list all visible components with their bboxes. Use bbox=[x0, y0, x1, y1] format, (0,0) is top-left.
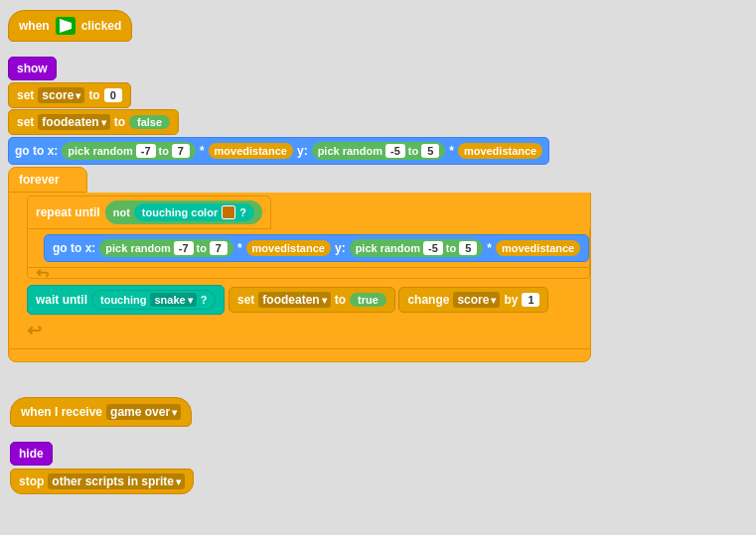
when-clicked-block: when clicked bbox=[8, 10, 132, 42]
set-label: set bbox=[17, 88, 34, 102]
hide-block: hide bbox=[10, 442, 53, 466]
show-label: show bbox=[17, 62, 48, 75]
forever-bottom bbox=[8, 348, 591, 362]
true-value: true bbox=[350, 293, 386, 307]
pick-random-2: pick random -5 to 5 bbox=[312, 142, 446, 160]
svg-marker-0 bbox=[60, 19, 72, 33]
hide-label: hide bbox=[19, 447, 44, 461]
set-foodeaten2-block: set foodeaten to true bbox=[228, 287, 395, 313]
loop-arrow: ↩ bbox=[27, 318, 590, 345]
color-swatch[interactable] bbox=[222, 205, 235, 219]
snake-dropdown[interactable]: snake bbox=[150, 293, 196, 307]
score2-dropdown[interactable]: score bbox=[453, 292, 500, 308]
foodeaten2-dropdown[interactable]: foodeaten bbox=[258, 292, 330, 308]
movedistance-1: movedistance bbox=[209, 143, 293, 159]
set-foodeaten-block: set foodeaten to false bbox=[8, 109, 179, 135]
clicked-label: clicked bbox=[81, 19, 122, 33]
movedistance-2: movedistance bbox=[458, 143, 542, 159]
touching-color-block: touching color ? bbox=[134, 203, 254, 221]
inner-move2: movedistance bbox=[496, 240, 580, 256]
set2-label: set bbox=[17, 115, 34, 129]
score-value[interactable]: 0 bbox=[104, 88, 122, 102]
repeat-until-block: repeat until not touching color ? bbox=[27, 196, 271, 229]
set-score-block: set score to 0 bbox=[8, 82, 131, 108]
inner-pick-2: pick random -5 to 5 bbox=[350, 239, 484, 257]
game-over-dropdown[interactable]: game over bbox=[106, 404, 181, 420]
inner-goto-block: go to x: pick random -7 to 7 * movedista… bbox=[44, 234, 589, 262]
score-dropdown[interactable]: score bbox=[38, 87, 84, 103]
inner-pick-1: pick random -7 to 7 bbox=[99, 239, 233, 257]
false-value: false bbox=[129, 115, 170, 129]
pick-random-1: pick random -7 to 7 bbox=[62, 142, 196, 160]
foodeaten-dropdown[interactable]: foodeaten bbox=[38, 114, 109, 130]
change-score-block: change score by 1 bbox=[398, 287, 548, 313]
inner-move1: movedistance bbox=[246, 240, 331, 256]
not-block: not touching color ? bbox=[105, 201, 262, 224]
wait-until-block: wait until touching snake ? bbox=[27, 285, 225, 315]
other-scripts-dropdown[interactable]: other scripts in sprite bbox=[48, 473, 185, 489]
goto-xy-block: go to x: pick random -7 to 7 * movedista… bbox=[8, 137, 549, 165]
stop-block: stop other scripts in sprite bbox=[10, 468, 194, 494]
show-block: show bbox=[8, 57, 57, 80]
flag-icon bbox=[56, 17, 76, 35]
when-label: when bbox=[19, 19, 50, 33]
forever-block: forever bbox=[8, 167, 87, 193]
change-value[interactable]: 1 bbox=[522, 293, 539, 307]
touching-snake-block: touching snake ? bbox=[91, 290, 216, 310]
when-receive-block: when I receive game over bbox=[10, 397, 192, 427]
